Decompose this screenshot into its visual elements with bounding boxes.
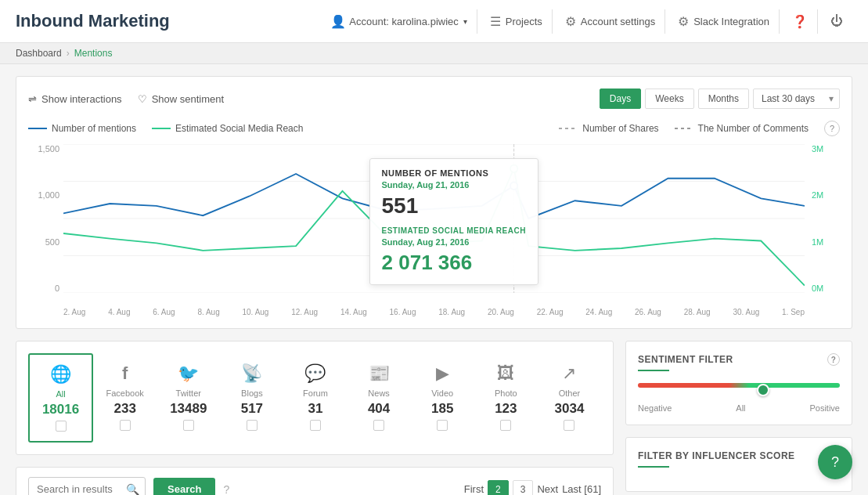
slack-menu[interactable]: ⚙ Slack Integration — [668, 9, 780, 34]
legend-comments: The Number of Comments — [675, 123, 809, 134]
legend-line-comments — [675, 128, 693, 129]
toolbar-right: Days Weeks Months Last 30 days Last 7 da… — [600, 89, 840, 109]
pagination-first[interactable]: First — [464, 483, 484, 495]
source-count: 233 — [113, 401, 135, 417]
x-label-aug12: 12. Aug — [291, 308, 318, 316]
search-help-icon[interactable]: ? — [223, 483, 229, 496]
right-panel: SENTIMENT FILTER ? Negative All Positive… — [625, 341, 852, 495]
chart-tooltip: NUMBER OF MENTIONS Sunday, Aug 21, 2016 … — [369, 158, 538, 285]
source-checkbox[interactable] — [437, 420, 448, 431]
pagination-last[interactable]: Last [61] — [562, 483, 601, 495]
show-sentiment-btn[interactable]: ♡ Show sentiment — [138, 93, 225, 105]
header-nav: 👤 Account: karolina.piwiec ▾ ☰ Projects … — [321, 9, 852, 34]
projects-label: Projects — [506, 16, 542, 27]
y-label-1m: 1M — [812, 237, 840, 247]
source-count: 185 — [431, 401, 453, 417]
source-checkbox[interactable] — [56, 421, 67, 432]
date-range-select[interactable]: Last 30 days Last 7 days Last 90 days — [753, 89, 840, 109]
influencer-panel-title: FILTER BY INFLUENCER SCORE ? — [638, 450, 840, 462]
chart-area: NUMBER OF MENTIONS Sunday, Aug 21, 2016 … — [28, 144, 840, 316]
forum-icon: 💬 — [304, 363, 326, 384]
source-item-other[interactable]: ↗Other3034 — [538, 353, 601, 443]
legend-comments-label: The Number of Comments — [698, 123, 809, 134]
app-title: Inbound Marketing — [16, 11, 170, 31]
bottom-row: 🌐All18016fFacebook233🐦Twitter13489📡Blogs… — [16, 341, 852, 495]
search-section: 🔍 Search ? First 2 3 Next Last [61] — [16, 467, 614, 495]
slack-label: Slack Integration — [693, 16, 769, 27]
sentiment-thumb[interactable] — [757, 384, 769, 396]
facebook-icon: f — [122, 363, 128, 384]
chat-bubble[interactable]: ? — [818, 445, 852, 479]
show-interactions-label: Show interactions — [41, 93, 122, 105]
settings-icon: ⚙ — [565, 14, 576, 29]
source-grid: 🌐All18016fFacebook233🐦Twitter13489📡Blogs… — [28, 353, 601, 443]
power-icon: ⏻ — [830, 14, 843, 28]
show-sentiment-label: Show sentiment — [152, 93, 225, 105]
source-count: 13489 — [170, 401, 207, 417]
x-label-aug20: 20. Aug — [488, 308, 514, 316]
source-item-forum[interactable]: 💬Forum31 — [283, 353, 347, 443]
source-checkbox[interactable] — [183, 420, 194, 431]
show-interactions-btn[interactable]: ⇌ Show interactions — [28, 93, 122, 105]
account-settings-menu[interactable]: ⚙ Account settings — [556, 9, 665, 34]
source-name: Photo — [495, 388, 517, 398]
account-menu[interactable]: 👤 Account: karolina.piwiec ▾ — [321, 9, 477, 34]
breadcrumb-home[interactable]: Dashboard — [16, 48, 62, 59]
source-checkbox[interactable] — [247, 420, 258, 431]
tooltip-date: Sunday, Aug 21, 2016 — [382, 180, 526, 190]
chart-help-icon[interactable]: ? — [824, 121, 840, 136]
source-checkbox[interactable] — [500, 420, 511, 431]
months-btn[interactable]: Months — [698, 89, 749, 109]
source-item-twitter[interactable]: 🐦Twitter13489 — [157, 353, 220, 443]
source-name: Video — [431, 388, 453, 398]
left-panel: 🌐All18016fFacebook233🐦Twitter13489📡Blogs… — [16, 341, 614, 495]
source-item-photo[interactable]: 🖼Photo123 — [474, 353, 538, 443]
source-item-blogs[interactable]: 📡Blogs517 — [220, 353, 283, 443]
source-count: 31 — [308, 401, 323, 417]
source-checkbox[interactable] — [564, 420, 574, 431]
search-button[interactable]: Search — [153, 478, 215, 495]
sentiment-divider — [638, 370, 669, 371]
source-count: 517 — [241, 401, 263, 417]
y-label-0: 0 — [28, 284, 59, 293]
influencer-divider — [638, 466, 669, 468]
y-label-0m: 0M — [812, 284, 840, 293]
account-dropdown-icon: ▾ — [463, 17, 467, 26]
help-button[interactable]: ❓ — [783, 9, 818, 34]
source-item-facebook[interactable]: fFacebook233 — [93, 353, 157, 443]
projects-menu[interactable]: ☰ Projects — [481, 9, 553, 34]
source-section: 🌐All18016fFacebook233🐦Twitter13489📡Blogs… — [16, 341, 614, 455]
page-btn-2[interactable]: 2 — [488, 480, 509, 496]
source-checkbox[interactable] — [373, 420, 384, 431]
source-count: 404 — [368, 401, 390, 417]
source-checkbox[interactable] — [310, 420, 321, 431]
influencer-title-text: FILTER BY INFLUENCER SCORE — [638, 450, 795, 461]
y-label-1000: 1,000 — [28, 190, 59, 200]
source-item-news[interactable]: 📰News404 — [348, 353, 411, 443]
all-icon: 🌐 — [50, 364, 71, 385]
x-label-aug16: 16. Aug — [390, 308, 416, 316]
toolbar-left: ⇌ Show interactions ♡ Show sentiment — [28, 93, 600, 105]
projects-icon: ☰ — [490, 14, 501, 29]
power-button[interactable]: ⏻ — [821, 9, 852, 33]
pagination-next[interactable]: Next — [537, 483, 558, 495]
days-btn[interactable]: Days — [600, 89, 641, 109]
source-item-video[interactable]: ▶Video185 — [411, 353, 474, 443]
source-item-all[interactable]: 🌐All18016 — [28, 353, 93, 443]
page-btn-3[interactable]: 3 — [513, 480, 534, 496]
legend-reach: Estimated Social Media Reach — [152, 123, 303, 134]
legend-shares-label: Number of Shares — [582, 123, 658, 134]
pagination: First 2 3 Next Last [61] — [464, 480, 601, 496]
sentiment-help-icon[interactable]: ? — [827, 353, 840, 366]
legend-shares: Number of Shares — [559, 123, 658, 134]
x-label-aug24: 24. Aug — [585, 308, 612, 316]
sentiment-slider[interactable] — [638, 383, 840, 397]
breadcrumb: Dashboard › Mentions — [0, 43, 868, 64]
sentiment-negative: Negative — [638, 403, 672, 413]
sentiment-title-text: SENTIMENT FILTER — [638, 354, 733, 365]
tooltip-value2: 2 071 366 — [382, 251, 526, 275]
source-checkbox[interactable] — [120, 420, 131, 431]
photo-icon: 🖼 — [497, 363, 514, 384]
main-content: ⇌ Show interactions ♡ Show sentiment Day… — [0, 64, 868, 495]
weeks-btn[interactable]: Weeks — [645, 89, 693, 109]
